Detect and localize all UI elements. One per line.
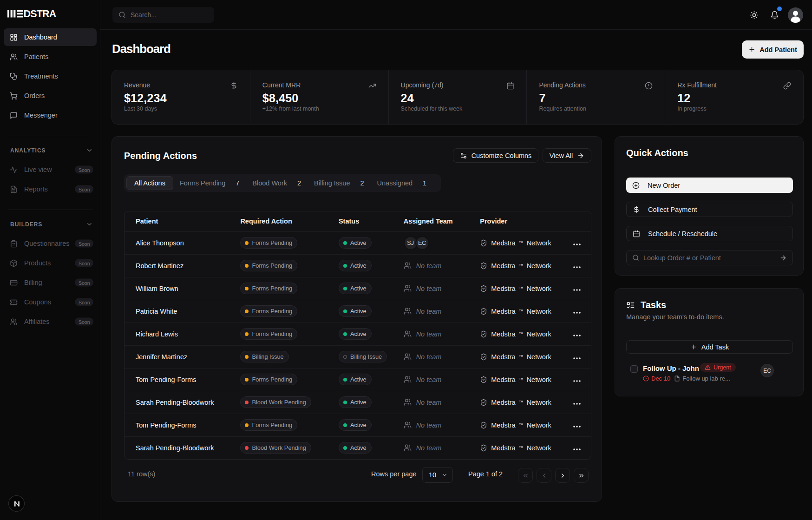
svg-text:DSTRA: DSTRA <box>24 10 56 18</box>
